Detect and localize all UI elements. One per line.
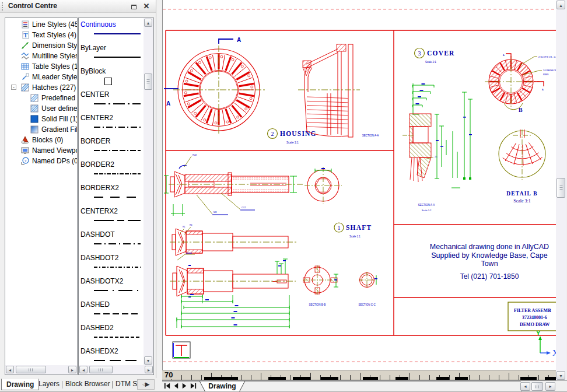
line-style-item-dashed[interactable]: DASHED	[79, 299, 144, 323]
named-dps-icon: T	[21, 157, 29, 165]
tree-item-label: Predefined	[41, 93, 75, 103]
line-style-item-centerx2[interactable]: CENTERX2	[79, 206, 144, 229]
tree-item-line-styles-45[interactable]: Line Styles (45)	[5, 19, 78, 30]
close-icon: ✕	[144, 2, 150, 10]
line-style-sample	[94, 243, 141, 244]
scroll-thumb[interactable]	[556, 178, 565, 198]
svg-text:RIBS: RIBS	[543, 73, 549, 76]
tree-item-hatches-227[interactable]: -Hatches (227)	[5, 82, 78, 93]
tree-item-label: Solid Fill (1)	[41, 114, 78, 124]
tab-block-browser[interactable]: Block Browser	[63, 380, 113, 388]
list-vscrollbar[interactable]: ▴ ▾	[144, 18, 153, 365]
scroll-thumb[interactable]	[16, 366, 46, 373]
list-hscrollbar[interactable]: ◂ ▸	[79, 365, 153, 374]
scroll-right-button[interactable]: ▸	[145, 366, 153, 373]
scroll-thumb[interactable]	[144, 74, 152, 90]
drawing-canvas[interactable]: A A 2 HOUSING Scale 2:1	[162, 0, 556, 370]
line-style-item-border2[interactable]: BORDER2	[79, 159, 144, 183]
scroll-down-button[interactable]: ▾	[144, 356, 152, 365]
scroll-down-button[interactable]: ▾	[556, 371, 565, 380]
tree-item-label: Table Styles (1)	[32, 61, 78, 72]
tab-scroll-right-icon[interactable]: ▶	[145, 381, 150, 387]
text-styles-icon: T	[21, 31, 29, 39]
line-style-item-dashdot[interactable]: DASHDOT	[79, 229, 144, 253]
scroll-thumb[interactable]	[89, 366, 113, 373]
line-style-item-borderx2[interactable]: BORDERX2	[79, 183, 144, 206]
line-style-sample	[94, 33, 141, 34]
hatches-expander[interactable]: -	[11, 85, 16, 90]
line-style-item-dashdot2[interactable]: DASHDOT2	[79, 253, 144, 276]
title-block: Mechanical drawing done in AllyCAD Suppl…	[430, 243, 549, 281]
svg-text:B: B	[519, 107, 523, 113]
tree-item-user-define[interactable]: User define	[5, 103, 78, 114]
previous-sheet-button[interactable]	[172, 382, 180, 391]
mleader-styles-icon	[21, 73, 29, 81]
tree-item-table-styles-1[interactable]: Table Styles (1)	[5, 61, 78, 72]
cover-ring-view: A A 2 SLOTS O3 - 0.05 MM 24 REINFORCING …	[485, 54, 556, 113]
line-style-item-byblock[interactable]: ByBlock	[79, 66, 144, 89]
tree-item-label: User define	[41, 103, 77, 114]
line-style-name: DASHDOTX2	[80, 277, 123, 285]
first-sheet-button[interactable]	[163, 382, 172, 391]
tab-drawing[interactable]: Drawing	[1, 379, 39, 390]
panel-close-button[interactable]: ✕	[142, 2, 151, 10]
line-style-item-center2[interactable]: CENTER2	[79, 113, 144, 136]
tab-scroll-arrows[interactable]: ◃▶	[137, 379, 155, 390]
origin-marker-box	[173, 342, 190, 358]
svg-text:SHAFT: SHAFT	[346, 224, 372, 231]
scroll-left-button[interactable]: ◂	[520, 382, 530, 391]
shaft3-chain-dimensions	[177, 294, 289, 328]
svg-text:Scale 2:1: Scale 2:1	[425, 61, 436, 64]
tree-item-solid-fill-1[interactable]: Solid Fill (1)	[5, 114, 78, 124]
svg-text:Mechanical drawing done in All: Mechanical drawing done in AllyCAD	[430, 243, 549, 251]
scroll-right-button[interactable]: ▸	[545, 382, 555, 391]
panel-title: Control Centre	[8, 2, 57, 10]
canvas-hscrollbar[interactable]: ◂ ▸	[520, 382, 555, 391]
tree-item-label: MLeader Styles	[32, 72, 78, 82]
line-style-item-dashdotx2[interactable]: DASHDOTX2	[79, 276, 144, 299]
cross-section-dims: 25	[426, 92, 473, 188]
scroll-right-button[interactable]: ▸	[68, 366, 76, 373]
sheet-tab-drawing[interactable]: Drawing	[198, 381, 246, 392]
canvas-vscrollbar[interactable]: ▴ ▾	[556, 0, 566, 380]
scroll-left-button[interactable]: ◂	[79, 366, 88, 373]
svg-text:DETAIL B: DETAIL B	[506, 191, 538, 197]
tree-item-text-styles-4[interactable]: TText Styles (4)	[5, 30, 78, 40]
scroll-up-button[interactable]: ▴	[556, 1, 565, 9]
tree-item-predefined[interactable]: Predefined	[5, 93, 78, 103]
tree-item-named-viewpo[interactable]: Named Viewpo	[5, 145, 78, 156]
panel-grip-handle[interactable]	[2, 2, 4, 10]
control-centre-titlebar[interactable]: Control Centre ✕	[0, 0, 156, 13]
tree-item-named-dps-0[interactable]: TNamed DPs (0)	[5, 156, 78, 166]
table-styles-icon	[21, 62, 29, 71]
svg-text:T: T	[23, 32, 28, 38]
tree-item-mleader-styles[interactable]: MLeader Styles	[5, 72, 78, 82]
styles-tree: Line Styles (45)TText Styles (4)Dimensio…	[5, 19, 78, 166]
section-cc-view: SECTION C-C	[358, 272, 377, 306]
line-style-name: DASHDOT2	[80, 254, 118, 262]
next-sheet-button[interactable]	[180, 382, 189, 391]
tree-item-multiline-styles[interactable]: Multiline Styles	[5, 51, 78, 61]
first-icon	[163, 382, 171, 390]
line-style-item-border[interactable]: BORDER	[79, 136, 144, 159]
line-style-item-bylayer[interactable]: ByLayer	[79, 43, 144, 66]
sheet-tab-label: Drawing	[198, 382, 246, 390]
housing-label: 2 HOUSING Scale 2:1	[268, 129, 317, 145]
line-style-item-continuous[interactable]: Continuous	[79, 19, 144, 43]
line-style-name: BORDERX2	[80, 184, 119, 192]
cover-section-view	[303, 44, 353, 137]
tree-item-blocks-0[interactable]: Blocks (0)	[5, 135, 78, 145]
tree-item-gradient-fil[interactable]: Gradient Fil	[5, 124, 78, 135]
line-style-item-dashed2[interactable]: DASHED2	[79, 323, 144, 346]
tab-layers[interactable]: Layers	[36, 380, 62, 388]
tree-hscrollbar[interactable]: ◂ ▸	[5, 365, 77, 374]
scroll-up-button[interactable]: ▴	[144, 19, 152, 27]
scroll-left-button[interactable]: ◂	[6, 366, 14, 373]
line-style-item-center[interactable]: CENTER	[79, 89, 144, 113]
application-window: Control Centre ✕ Line Styles (45)TText S…	[0, 0, 567, 392]
tree-item-dimension-styl[interactable]: Dimension Styl	[5, 40, 78, 51]
svg-text:A: A	[166, 100, 170, 107]
scroll-thumb[interactable]	[531, 382, 543, 391]
panel-float-button[interactable]	[129, 2, 138, 10]
last-sheet-button[interactable]	[189, 382, 198, 391]
